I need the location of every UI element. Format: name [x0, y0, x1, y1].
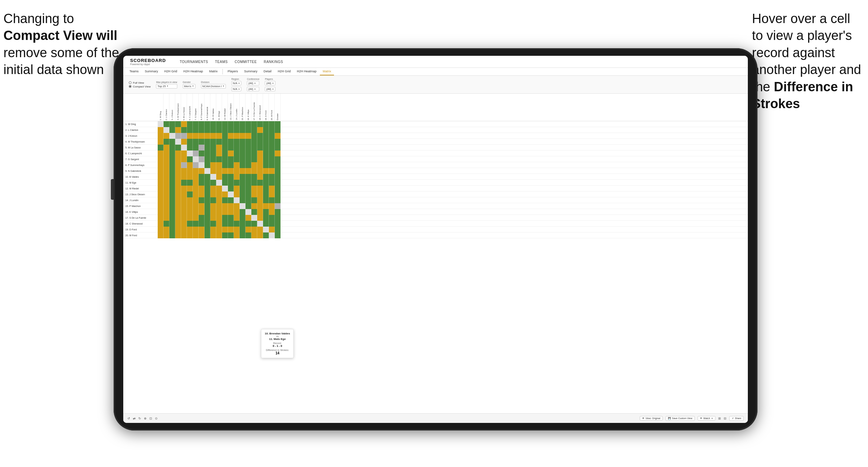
subnav-teams[interactable]: Teams [127, 68, 142, 75]
grid-cell[interactable] [210, 162, 216, 168]
grid-cell[interactable] [193, 197, 199, 203]
grid-cell[interactable] [187, 145, 193, 151]
grid-cell[interactable] [263, 174, 269, 180]
grid-cell[interactable] [234, 180, 240, 186]
grid-cell[interactable] [269, 209, 275, 215]
grid-cell[interactable] [169, 215, 175, 221]
grid-cell[interactable] [269, 180, 275, 186]
grid-cell[interactable] [257, 227, 263, 232]
grid-cell[interactable] [187, 121, 193, 127]
grid-cell[interactable] [169, 151, 175, 156]
grid-cell[interactable] [205, 133, 210, 139]
grid-cell[interactable] [275, 180, 281, 186]
grid-cell[interactable] [175, 232, 181, 238]
grid-cell[interactable] [169, 197, 175, 203]
grid-cell[interactable] [269, 191, 275, 197]
grid-cell[interactable] [164, 221, 169, 227]
grid-cell[interactable] [164, 162, 169, 168]
grid-cell[interactable] [263, 209, 269, 215]
grid-cell[interactable] [181, 174, 187, 180]
grid-cell[interactable] [263, 127, 269, 133]
grid-cell[interactable] [240, 151, 245, 156]
grid-cell[interactable] [210, 209, 216, 215]
grid-cell[interactable] [269, 227, 275, 232]
grid-cell[interactable] [275, 197, 281, 203]
grid-cell[interactable] [275, 203, 281, 209]
grid-cell[interactable] [251, 191, 257, 197]
grid-cell[interactable] [263, 221, 269, 227]
grid-cell[interactable] [205, 209, 210, 215]
grid-cell[interactable] [275, 162, 281, 168]
grid-cell[interactable] [158, 227, 164, 232]
grid-cell[interactable] [234, 227, 240, 232]
grid-cell[interactable] [251, 221, 257, 227]
grid-cell[interactable] [245, 145, 251, 151]
grid-cell[interactable] [181, 197, 187, 203]
nav-committee[interactable]: COMMITTEE [234, 59, 257, 64]
grid-cell[interactable] [228, 127, 234, 133]
grid-cell[interactable] [205, 191, 210, 197]
grid-cell[interactable] [251, 121, 257, 127]
grid-cell[interactable] [257, 156, 263, 162]
grid-cell[interactable] [199, 127, 205, 133]
grid-cell[interactable] [269, 186, 275, 191]
grid-cell[interactable] [193, 227, 199, 232]
grid-cell[interactable] [216, 180, 222, 186]
region-select2[interactable]: N/A ▼ [231, 87, 241, 91]
grid-cell[interactable] [193, 180, 199, 186]
grid-cell[interactable] [228, 197, 234, 203]
grid-cell[interactable] [257, 221, 263, 227]
grid-cell[interactable] [164, 151, 169, 156]
grid-cell[interactable] [205, 215, 210, 221]
grid-cell[interactable] [193, 121, 199, 127]
grid-cell[interactable] [216, 139, 222, 145]
grid-cell[interactable] [275, 209, 281, 215]
grid-cell[interactable] [205, 151, 210, 156]
layout-icon[interactable]: ⊟ [724, 417, 726, 420]
grid-cell[interactable] [199, 168, 205, 174]
grid-cell[interactable] [245, 215, 251, 221]
grid-cell[interactable] [275, 121, 281, 127]
subnav-summary-right[interactable]: Summary [241, 68, 260, 75]
grid-cell[interactable] [164, 209, 169, 215]
grid-cell[interactable] [205, 186, 210, 191]
grid-cell[interactable] [240, 174, 245, 180]
grid-cell[interactable] [181, 203, 187, 209]
grid-cell[interactable] [164, 145, 169, 151]
grid-cell[interactable] [210, 151, 216, 156]
grid-cell[interactable] [187, 174, 193, 180]
grid-cell[interactable] [205, 221, 210, 227]
grid-cell[interactable] [251, 162, 257, 168]
grid-cell[interactable] [269, 151, 275, 156]
grid-cell[interactable] [216, 186, 222, 191]
grid-cell[interactable] [257, 151, 263, 156]
grid-cell[interactable] [257, 162, 263, 168]
grid-cell[interactable] [240, 186, 245, 191]
grid-cell[interactable] [251, 151, 257, 156]
grid-cell[interactable] [158, 191, 164, 197]
grid-cell[interactable] [175, 209, 181, 215]
grid-cell[interactable] [234, 197, 240, 203]
grid-cell[interactable] [240, 162, 245, 168]
grid-cell[interactable] [187, 209, 193, 215]
grid-cell[interactable] [251, 174, 257, 180]
grid-cell[interactable] [158, 221, 164, 227]
grid-cell[interactable] [187, 127, 193, 133]
grid-cell[interactable] [169, 232, 175, 238]
grid-cell[interactable] [181, 133, 187, 139]
grid-cell[interactable] [251, 215, 257, 221]
grid-cell[interactable] [251, 127, 257, 133]
grid-cell[interactable] [210, 203, 216, 209]
grid-cell[interactable] [164, 180, 169, 186]
grid-cell[interactable] [240, 197, 245, 203]
grid-cell[interactable] [275, 139, 281, 145]
grid-cell[interactable] [158, 197, 164, 203]
grid-cell[interactable] [228, 174, 234, 180]
grid-cell[interactable] [216, 156, 222, 162]
grid-cell[interactable] [234, 174, 240, 180]
grid-cell[interactable] [269, 203, 275, 209]
grid-cell[interactable] [193, 174, 199, 180]
grid-cell[interactable] [187, 232, 193, 238]
grid-cell[interactable] [263, 227, 269, 232]
grid-cell[interactable] [210, 174, 216, 180]
